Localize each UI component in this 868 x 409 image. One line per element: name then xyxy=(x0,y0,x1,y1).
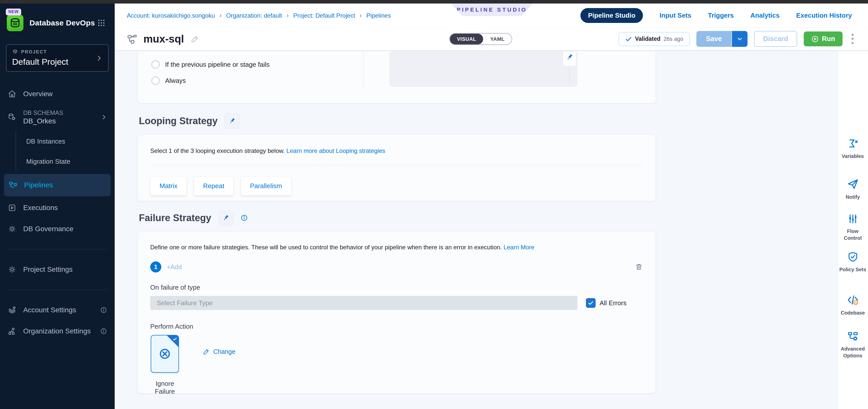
rail-item-notify[interactable]: Notify xyxy=(837,178,868,201)
info-icon[interactable] xyxy=(241,214,248,221)
toggle-yaml[interactable]: YAML xyxy=(483,34,512,44)
sidebar-item-db-instances[interactable]: DB Instances xyxy=(26,131,115,151)
breadcrumb-project[interactable]: Project: Default Project xyxy=(293,12,355,19)
rail-item-flow-control[interactable]: Flow Control xyxy=(837,213,868,241)
section-title: Looping Strategy xyxy=(139,115,217,127)
database-devops-logo[interactable]: NEW ∞ xyxy=(7,14,24,31)
add-strategy-button[interactable]: +Add xyxy=(167,264,182,271)
strategy-index-badge[interactable]: 1 xyxy=(150,262,161,273)
title-row: mux-sql VISUAL YAML Validated 26s ago xyxy=(115,28,868,50)
tab-analytics[interactable]: Analytics xyxy=(750,11,779,20)
pin-button[interactable] xyxy=(563,51,577,66)
sidebar-item-executions[interactable]: Executions xyxy=(0,197,115,218)
rail-item-variables[interactable]: Variables xyxy=(837,138,868,160)
validated-status[interactable]: Validated 26s ago xyxy=(619,32,690,46)
save-menu-button[interactable] xyxy=(732,31,747,47)
parallelism-button[interactable]: Parallelism xyxy=(241,176,291,196)
sidebar-item-organization-settings[interactable]: Organization Settings xyxy=(0,320,115,342)
all-errors-checkbox-row[interactable]: All Errors xyxy=(586,298,626,308)
pushpin-icon xyxy=(228,117,236,125)
radio-icon[interactable] xyxy=(152,61,159,68)
looping-description: Select 1 of the 3 looping execution stra… xyxy=(150,147,643,155)
failure-learn-more-link[interactable]: Learn More xyxy=(503,244,534,250)
repeat-button[interactable]: Repeat xyxy=(194,176,234,196)
info-icon[interactable] xyxy=(100,307,107,313)
on-failure-label: On failure of type xyxy=(150,283,643,292)
matrix-button[interactable]: Matrix xyxy=(150,176,187,196)
failure-strategy-card: Define one or more failure strategies. T… xyxy=(137,232,656,394)
tab-triggers[interactable]: Triggers xyxy=(708,11,734,20)
visual-yaml-toggle[interactable]: VISUAL YAML xyxy=(450,33,512,45)
checkbox-checked-icon[interactable] xyxy=(586,298,595,308)
scrollbar-line[interactable] xyxy=(569,67,570,84)
failure-strategy-heading: Failure Strategy xyxy=(139,210,656,226)
edit-pipeline-name-icon[interactable] xyxy=(190,35,199,43)
pipeline-studio-screen: NEW ∞ Database DevOps xyxy=(0,0,868,409)
perform-action-label: Perform Action xyxy=(150,322,643,331)
toggle-visual[interactable]: VISUAL xyxy=(450,34,483,44)
sidebar-item-label: Organization Settings xyxy=(23,327,91,335)
tab-execution-history[interactable]: Execution History xyxy=(796,11,852,20)
db-schemas-label: DB SCHEMAS xyxy=(23,109,63,116)
project-selector[interactable]: PROJECT Default Project xyxy=(6,44,108,72)
rail-item-codebase[interactable]: Codebase xyxy=(837,294,868,316)
validated-time: 26s ago xyxy=(663,36,683,42)
radio-option-always[interactable]: Always xyxy=(152,76,186,84)
pencil-icon xyxy=(203,348,210,355)
sidebar-item-migration-state[interactable]: Migration State xyxy=(26,151,115,171)
top-tabs: Pipeline Studio Input Sets Triggers Anal… xyxy=(581,8,868,23)
looping-buttons: Matrix Repeat Parallelism xyxy=(150,176,643,196)
module-grid-icon[interactable] xyxy=(97,19,105,27)
rail-item-policy-sets[interactable]: Policy Sets xyxy=(837,251,868,273)
looping-learn-more-link[interactable]: Learn more about Looping strategies xyxy=(286,147,385,154)
radio-label: Always xyxy=(165,77,186,84)
database-gear-icon xyxy=(7,112,17,122)
change-action-link[interactable]: Change xyxy=(203,348,236,355)
conditional-execution-card: If the previous pipeline or stage fails … xyxy=(137,51,656,103)
sidebar-item-label: Executions xyxy=(23,204,58,212)
tab-input-sets[interactable]: Input Sets xyxy=(659,11,691,20)
more-options-icon[interactable]: ••• xyxy=(849,33,856,45)
sidebar-item-db-schemas[interactable]: DB SCHEMAS DB_Orkes xyxy=(0,104,115,130)
codebase-icon xyxy=(847,294,859,306)
save-split-button: Save xyxy=(696,31,747,47)
run-button[interactable]: Run xyxy=(804,32,842,46)
tab-pipeline-studio[interactable]: Pipeline Studio xyxy=(581,8,643,23)
sidebar-item-label: DB Governance xyxy=(23,225,73,233)
radio-option-previous-fails[interactable]: If the previous pipeline or stage fails xyxy=(152,61,270,68)
chevron-down-icon xyxy=(737,36,743,42)
layers-gear-icon xyxy=(7,306,17,314)
discard-button[interactable]: Discard xyxy=(754,31,797,47)
sidebar-item-project-settings[interactable]: Project Settings xyxy=(0,259,115,280)
sidebar-divider xyxy=(6,289,108,290)
breadcrumb-pipelines[interactable]: Pipelines xyxy=(366,12,391,19)
radio-icon[interactable] xyxy=(152,76,159,84)
pin-button[interactable] xyxy=(224,113,240,129)
looping-strategy-heading: Looping Strategy xyxy=(139,113,656,129)
sidebar-item-account-settings[interactable]: Account Settings xyxy=(0,300,115,320)
breadcrumb-account[interactable]: Account: kurosakiichigo.songoku xyxy=(127,12,215,19)
strategy-tabs-row: 1 +Add xyxy=(150,262,643,273)
delete-strategy-icon[interactable] xyxy=(635,263,643,271)
page-header: Account: kurosakiichigo.songoku › Organi… xyxy=(115,3,868,51)
save-button[interactable]: Save xyxy=(696,31,732,47)
ignore-failure-tile-wrap: Ignore Failure xyxy=(150,335,180,396)
failure-type-input[interactable] xyxy=(150,296,578,310)
sidebar-item-pipelines[interactable]: Pipelines xyxy=(4,174,111,196)
all-errors-label: All Errors xyxy=(599,299,626,307)
description-text: Select 1 of the 3 looping execution stra… xyxy=(150,147,285,154)
breadcrumb-organization[interactable]: Organization: default xyxy=(226,12,282,19)
sidebar-nav: Overview DB SCHEMAS DB_Orkes xyxy=(0,83,115,342)
radio-label: If the previous pipeline or stage fails xyxy=(165,61,270,68)
app-name: Database DevOps xyxy=(30,19,95,27)
sidebar-item-db-governance[interactable]: DB Governance xyxy=(0,218,115,239)
sidebar-item-overview[interactable]: Overview xyxy=(0,83,115,104)
selected-check-icon xyxy=(173,337,178,341)
sidebar-item-label: Pipelines xyxy=(24,181,53,189)
pin-button[interactable] xyxy=(218,210,234,226)
ignore-failure-tile[interactable] xyxy=(151,335,179,373)
sidebar-item-label: Overview xyxy=(23,90,53,98)
condition-input-area[interactable] xyxy=(390,52,577,87)
info-icon[interactable] xyxy=(100,328,107,335)
rail-item-advanced-options[interactable]: Advanced Options xyxy=(837,331,868,359)
